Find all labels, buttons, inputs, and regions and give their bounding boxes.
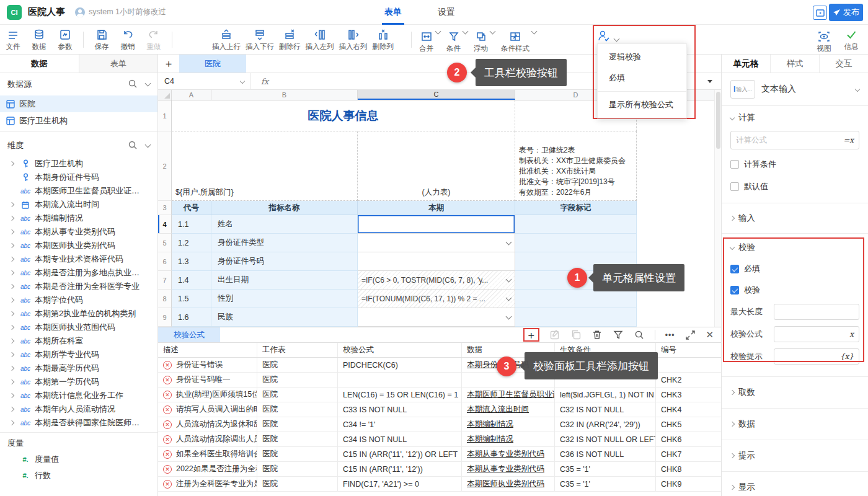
cell-reference-box[interactable]: C4 [158, 73, 251, 90]
calc-condition-row[interactable]: 计算条件 [722, 153, 868, 175]
chevron-down-icon[interactable] [490, 28, 496, 34]
datasource-item-medical-org[interactable]: 医疗卫生机构 [0, 112, 157, 129]
display-section-header[interactable]: 显示 [722, 472, 868, 496]
chevron-down-icon[interactable] [506, 239, 512, 245]
validation-row[interactable]: ✕人员流动情况除调出人员 医院 C34 IS NOT NULL 本期编制情况 C… [158, 432, 721, 447]
input-section-header[interactable]: 输入 [722, 203, 868, 233]
chevron-down-icon[interactable] [506, 313, 512, 319]
expand-panel-icon[interactable] [684, 329, 696, 340]
calc-condition-checkbox[interactable] [730, 160, 739, 169]
validate-checkbox[interactable] [730, 286, 739, 294]
row-number[interactable]: 7 [158, 271, 172, 290]
validate-row[interactable]: 校验 [722, 280, 868, 301]
dimension-item[interactable]: abc 本期第一学历代码 [0, 375, 157, 389]
indicator-cell[interactable]: 身份证件号码 [211, 252, 358, 271]
menu-item-logic-validation[interactable]: 逻辑校验 [598, 46, 686, 68]
expand-icon[interactable] [9, 311, 14, 316]
column-header-c[interactable]: C [358, 90, 515, 100]
code-cell[interactable]: 1.1 [172, 215, 211, 234]
cell-type-selector[interactable]: I输入... 文本输入 [722, 73, 868, 105]
validation-formula-input[interactable]: x [774, 326, 859, 342]
required-row[interactable]: 必填 [722, 259, 868, 280]
dimension-item[interactable]: abc 本期专业技术资格评代码 [0, 252, 157, 266]
redo-button[interactable]: 重做 [141, 25, 167, 54]
insert-col-left-button[interactable]: 插入左列 [303, 25, 337, 54]
row-number[interactable]: 9 [158, 308, 172, 327]
fetch-section-header[interactable]: 取数 [722, 377, 868, 408]
add-validation-button[interactable]: ＋ [523, 328, 539, 342]
datasource-item-hospital[interactable]: 医院 [0, 95, 157, 112]
sidebar-tab-data[interactable]: 数据 [0, 55, 79, 73]
column-header-b[interactable]: B [211, 90, 358, 100]
sidebar-tab-form[interactable]: 表单 [79, 55, 158, 73]
publish-button[interactable]: 发布 [829, 4, 863, 21]
validation-row[interactable]: ✕请填写人员调入调出的时 医院 C33 IS NOT NULL 本期流入流出时间… [158, 402, 721, 417]
dimension-item[interactable]: abc 本期医师执业类别代码 [0, 239, 157, 252]
expand-icon[interactable] [9, 257, 14, 262]
condition-button[interactable]: 条件 [444, 25, 471, 54]
validation-row[interactable]: ✕如果全科医生取得培训合 医院 C15 IN (ARR('11', '12'))… [158, 447, 721, 462]
filter-icon[interactable] [613, 329, 624, 340]
dimension-item[interactable]: abc 本期医师卫生监督员职业证书编码 [0, 184, 157, 198]
chevron-down-icon[interactable] [855, 87, 860, 92]
tab-form[interactable]: 表单 [384, 0, 402, 25]
department-variable-cell[interactable]: ${用户.所属部门} [172, 131, 358, 201]
calc-formula-input-wrap[interactable]: =x [730, 131, 859, 149]
default-value-row[interactable]: 默认值 [722, 175, 868, 198]
tab-style[interactable]: 样式 [771, 55, 820, 73]
hint-section-header[interactable]: 提示 [722, 440, 868, 471]
field-mark-cell[interactable] [515, 234, 637, 252]
expand-icon[interactable] [9, 393, 14, 398]
merge-button[interactable]: 合并 [417, 25, 444, 54]
expand-icon[interactable] [9, 229, 14, 234]
cond-style-button[interactable]: 条件样式 [498, 25, 540, 54]
search-icon[interactable] [128, 79, 137, 90]
validation-row[interactable]: ✕2022如果是否注册为全科 医院 C15 IN (ARR('11', '12'… [158, 462, 721, 477]
row-number[interactable]: 6 [158, 252, 172, 271]
data-link[interactable]: 本期医师卫生监督员职业证 [467, 389, 555, 400]
save-button[interactable]: 保存 [89, 25, 115, 54]
data-link[interactable]: 本期医师执业类别代码 [467, 479, 544, 489]
required-checkbox[interactable] [730, 265, 739, 273]
insert-col-right-button[interactable]: 插入右列 [337, 25, 370, 54]
table-header-cell[interactable]: 指标名称 [211, 201, 358, 215]
dimension-item[interactable]: abc 本期第2执业单位的机构类别 [0, 307, 157, 321]
table-header-cell[interactable]: 代号 [172, 201, 211, 215]
dimension-item[interactable]: abc 本期编制情况 [0, 211, 157, 225]
data-button[interactable]: 数据 [26, 25, 52, 54]
dimension-item[interactable]: abc 本期是否获得国家住院医师规范... [0, 416, 157, 430]
calc-formula-input[interactable] [736, 136, 843, 144]
value-cell[interactable] [358, 252, 515, 271]
more-icon[interactable]: ••• [665, 330, 675, 339]
indicator-cell[interactable]: 性别 [211, 290, 358, 308]
expand-icon[interactable] [9, 243, 14, 248]
menu-item-show-all[interactable]: 显示所有校验公式 [598, 94, 686, 115]
expand-icon[interactable] [9, 420, 14, 425]
expand-icon[interactable] [9, 202, 14, 207]
dimension-item[interactable]: abc 本期所在科室 [0, 334, 157, 348]
floating-button[interactable]: 浮动 [471, 25, 498, 54]
expand-icon[interactable] [9, 284, 14, 289]
row-number[interactable]: 1 [158, 100, 172, 131]
validation-formula-tab[interactable]: 校验公式 [158, 327, 220, 342]
search-icon[interactable] [634, 329, 645, 340]
chevron-down-icon[interactable] [463, 28, 469, 34]
data-link[interactable]: 本期编制情况 [467, 419, 513, 430]
preview-button[interactable] [813, 6, 827, 20]
chevron-down-icon[interactable] [240, 79, 245, 84]
dimension-item[interactable]: 本期身份证件号码 [0, 170, 157, 184]
measure-item[interactable]: #. 行数 [0, 467, 157, 484]
scrollbar-thumb[interactable] [716, 92, 720, 149]
search-icon[interactable] [128, 141, 137, 151]
data-section-header[interactable]: 数据 [722, 409, 868, 440]
expand-icon[interactable] [9, 366, 14, 371]
calc-section-header[interactable]: 计算 [722, 106, 868, 130]
formula-cell[interactable]: =IF(C6 > 0, TOSTR(MID(C6, 7, 8), 'y... [358, 271, 515, 290]
table-header-cell[interactable]: 本期 [358, 201, 515, 215]
column-header-a[interactable]: A [172, 90, 211, 100]
tab-interaction[interactable]: 交互 [820, 55, 868, 73]
expand-icon[interactable] [9, 379, 14, 384]
chevron-down-icon[interactable] [435, 28, 441, 34]
row-number[interactable]: 3 [158, 201, 172, 215]
row-number[interactable]: 2 [158, 131, 172, 201]
